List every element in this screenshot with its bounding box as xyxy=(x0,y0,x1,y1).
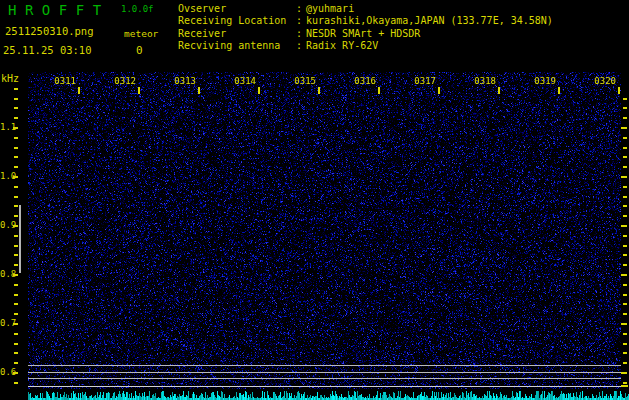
freq-major-tick xyxy=(13,225,18,227)
minute-tick-label: 0317 xyxy=(412,77,436,86)
freq-tick-right xyxy=(623,156,627,158)
freq-minor-tick xyxy=(14,186,18,188)
freq-tick-right xyxy=(623,147,627,149)
freq-minor-tick xyxy=(14,294,18,296)
freq-tick-right xyxy=(623,303,627,305)
freq-tick-right xyxy=(623,245,627,247)
freq-tick-right xyxy=(623,137,627,139)
carrier-line xyxy=(28,372,621,373)
minute-tick xyxy=(138,87,140,94)
freq-tick-right xyxy=(623,186,627,188)
freq-tick-right xyxy=(623,352,627,354)
freq-major-tick xyxy=(13,372,18,374)
minute-tick-label: 0316 xyxy=(352,77,376,86)
info-value: NESDR SMArt + HDSDR xyxy=(306,28,420,39)
freq-minor-tick xyxy=(14,245,18,247)
info-value: kurashiki,Okayama,JAPAN (133.77E, 34.58N… xyxy=(306,15,553,26)
freq-minor-tick xyxy=(14,166,18,168)
info-separator: : xyxy=(296,40,306,51)
freq-minor-tick xyxy=(14,264,18,266)
baseline xyxy=(28,386,621,387)
freq-tick-label: 0.7 xyxy=(0,319,13,328)
freq-major-tick xyxy=(13,274,18,276)
freq-tick-right xyxy=(623,235,627,237)
freq-tick-right xyxy=(623,294,627,296)
freq-axis-label: kHz xyxy=(1,73,19,84)
minute-tick xyxy=(558,87,560,94)
info-label: Receiver xyxy=(178,28,296,39)
info-separator: : xyxy=(296,15,306,26)
minute-tick-label: 0319 xyxy=(532,77,556,86)
freq-tick-right xyxy=(623,205,627,207)
minute-tick xyxy=(198,87,200,94)
meteor-counter-value: 0 xyxy=(136,44,143,57)
info-row-observer: Ovserver : @yuhmari xyxy=(178,3,354,14)
info-row-location: Receiving Location : kurashiki,Okayama,J… xyxy=(178,15,553,26)
freq-tick-right xyxy=(623,284,627,286)
info-row-antenna: Recviving antenna : Radix RY-62V xyxy=(178,40,378,51)
freq-tick-right xyxy=(623,254,627,256)
info-row-receiver: Receiver : NESDR SMArt + HDSDR xyxy=(178,28,420,39)
minute-tick-label: 0315 xyxy=(292,77,316,86)
freq-tick-label: 1.1 xyxy=(0,123,13,132)
freq-tick-right xyxy=(623,362,627,364)
freq-minor-tick xyxy=(14,137,18,139)
minute-tick xyxy=(498,87,500,94)
freq-tick-label: 0.6 xyxy=(0,368,13,377)
minute-tick-label: 0318 xyxy=(472,77,496,86)
freq-tick-right xyxy=(623,313,627,315)
freq-minor-tick xyxy=(14,352,18,354)
minute-tick xyxy=(618,87,620,94)
carrier-line xyxy=(28,365,621,366)
freq-tick-right xyxy=(623,382,627,384)
minute-tick xyxy=(438,87,440,94)
minute-tick-label: 0314 xyxy=(232,77,256,86)
info-value: @yuhmari xyxy=(306,3,354,14)
freq-tick-right xyxy=(623,264,627,266)
freq-minor-tick xyxy=(14,98,18,100)
observation-datetime: 25.11.25 03:10 xyxy=(3,44,92,56)
freq-tick-right xyxy=(623,343,627,345)
freq-tick-right xyxy=(623,98,627,100)
freq-tick-right xyxy=(623,107,627,109)
freq-tick-right xyxy=(621,372,627,374)
output-filename: 2511250310.png xyxy=(5,25,94,37)
spectrogram-noise-canvas xyxy=(28,72,621,391)
info-value: Radix RY-62V xyxy=(306,40,378,51)
freq-tick-right xyxy=(623,166,627,168)
freq-tick-right xyxy=(621,274,627,276)
freq-minor-tick xyxy=(14,313,18,315)
minute-tick xyxy=(78,87,80,94)
signal-level-canvas xyxy=(28,389,629,400)
freq-minor-tick xyxy=(14,254,18,256)
freq-tick-right xyxy=(623,196,627,198)
minute-tick-label: 0311 xyxy=(52,77,76,86)
freq-tick-right xyxy=(621,225,627,227)
carrier-line xyxy=(28,378,621,379)
info-label: Receiving Location xyxy=(178,15,296,26)
freq-minor-tick xyxy=(14,107,18,109)
info-label: Recviving antenna xyxy=(178,40,296,51)
freq-minor-tick xyxy=(14,117,18,119)
freq-major-tick xyxy=(13,127,18,129)
freq-major-tick xyxy=(13,323,18,325)
freq-tick-label: 1.0 xyxy=(0,172,13,181)
app-version: 1.0.0f xyxy=(121,4,154,14)
freq-tick-right xyxy=(623,333,627,335)
meteor-counter-label: meteor xyxy=(124,28,158,39)
echo-range-bar xyxy=(19,205,21,273)
minute-tick-label: 0313 xyxy=(172,77,196,86)
info-label: Ovserver xyxy=(178,3,296,14)
minute-tick-label: 0320 xyxy=(592,77,616,86)
minute-tick xyxy=(318,87,320,94)
freq-minor-tick xyxy=(14,333,18,335)
freq-major-tick xyxy=(13,176,18,178)
freq-tick-label: 0.8 xyxy=(0,270,13,279)
freq-minor-tick xyxy=(14,343,18,345)
minute-tick-label: 0312 xyxy=(112,77,136,86)
freq-minor-tick xyxy=(14,215,18,217)
minute-tick xyxy=(258,87,260,94)
baseline-end-tick xyxy=(621,385,628,387)
freq-minor-tick xyxy=(14,382,18,384)
freq-tick-right xyxy=(621,323,627,325)
